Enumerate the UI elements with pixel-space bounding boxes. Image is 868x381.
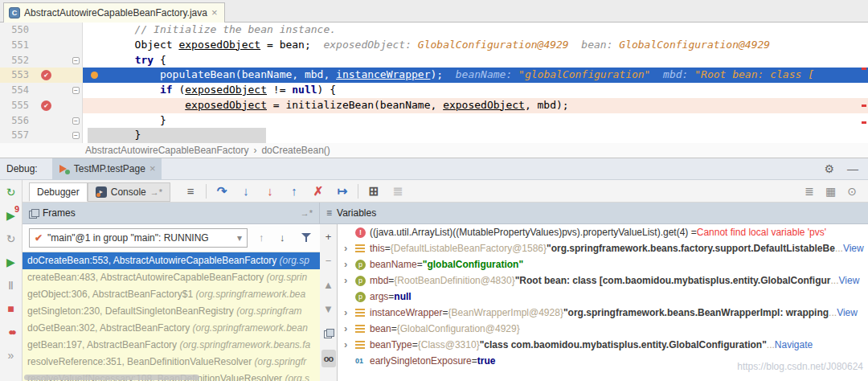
tab-debugger[interactable]: Debugger bbox=[29, 182, 88, 202]
run-to-cursor-icon[interactable]: ↦ bbox=[330, 184, 354, 199]
step-over-icon[interactable]: ↷ bbox=[210, 184, 234, 199]
variable-row[interactable]: ›this = {DefaultListableBeanFactory@1586… bbox=[338, 240, 868, 256]
code-text[interactable]: } bbox=[83, 113, 868, 129]
gutter: − bbox=[32, 53, 83, 68]
variable-row[interactable]: pargs = null bbox=[338, 289, 868, 305]
variable-row[interactable]: ›bean = {GlobalConfiguration@4929} bbox=[338, 321, 868, 337]
show-watches-icon[interactable]: oo bbox=[320, 345, 337, 369]
duplicate-icon[interactable] bbox=[320, 321, 337, 345]
frame-up-icon[interactable]: ↑ bbox=[259, 231, 264, 244]
view-breakpoints-icon[interactable]: ●● bbox=[0, 320, 22, 343]
remove-watch-icon[interactable]: − bbox=[320, 248, 337, 272]
error-stripe-mark[interactable] bbox=[862, 104, 866, 107]
code-line[interactable]: 557− } bbox=[0, 128, 868, 143]
step-out-icon[interactable]: ↑ bbox=[282, 184, 306, 198]
more-icon[interactable]: » bbox=[0, 343, 22, 367]
hide-icon[interactable]: — bbox=[847, 162, 858, 175]
frame-row[interactable]: doGetBean:302, AbstractBeanFactory (org.… bbox=[23, 320, 320, 337]
code-line[interactable]: 550 // Initialize the bean instance. bbox=[0, 23, 868, 38]
chevron-down-icon[interactable]: ▾ bbox=[237, 232, 242, 244]
expander-icon[interactable]: › bbox=[344, 305, 355, 321]
close-icon[interactable]: × bbox=[211, 9, 218, 17]
fold-icon[interactable]: − bbox=[72, 87, 80, 94]
frame-row[interactable]: getObject:306, AbstractBeanFactory$1 (or… bbox=[23, 286, 320, 303]
breakpoint-icon[interactable]: ✔ bbox=[41, 100, 51, 111]
step-into-icon[interactable]: ↓ bbox=[234, 184, 258, 198]
code-text[interactable]: populateBean(beanName, mbd, instanceWrap… bbox=[83, 68, 868, 83]
code-text[interactable]: exposedObject = initializeBean(beanName,… bbox=[83, 98, 868, 113]
force-step-into-icon[interactable]: ↓ bbox=[258, 184, 282, 198]
horizontal-scrollbar[interactable] bbox=[24, 375, 199, 380]
history-icon[interactable]: ⊙ bbox=[847, 185, 857, 198]
restart-icon[interactable]: ↻ bbox=[0, 227, 22, 250]
layout-icon[interactable]: ≣ bbox=[386, 184, 410, 199]
close-icon[interactable]: × bbox=[149, 165, 156, 173]
pause-icon[interactable]: Ⅱ bbox=[0, 273, 22, 297]
code-text[interactable]: if (exposedObject != null) { bbox=[83, 83, 868, 98]
value-link[interactable]: Navigate bbox=[775, 337, 813, 353]
tab-console[interactable]: ▸ Console →* bbox=[88, 182, 170, 202]
error-stripe-mark[interactable] bbox=[862, 68, 866, 70]
frame-row[interactable]: getBean:197, AbstractBeanFactory (org.sp… bbox=[23, 337, 320, 354]
expander-icon[interactable]: › bbox=[344, 272, 355, 289]
value-link[interactable]: View bbox=[843, 240, 864, 256]
fold-icon[interactable]: − bbox=[72, 132, 80, 139]
thread-selector[interactable]: ✔ "main"@1 in group "main": RUNNING ▾ bbox=[29, 228, 248, 248]
variable-row[interactable]: !((java.util.ArrayList)((MutableProperty… bbox=[338, 224, 868, 240]
expander-icon[interactable]: › bbox=[344, 240, 355, 256]
frame-row[interactable]: resolveReference:351, BeanDefinitionValu… bbox=[23, 354, 320, 371]
frame-row[interactable]: createBean:483, AbstractAutowireCapableB… bbox=[23, 269, 320, 286]
editor-tab[interactable]: C AbstractAutowireCapableBeanFactory.jav… bbox=[3, 2, 225, 23]
code-line[interactable]: 552− try { bbox=[0, 53, 868, 68]
move-down-icon[interactable]: ▼ bbox=[320, 297, 337, 321]
variable-row[interactable]: ›instanceWrapper = {BeanWrapperImpl@4928… bbox=[338, 305, 868, 321]
code-text[interactable]: } bbox=[83, 128, 868, 143]
move-up-icon[interactable]: ▲ bbox=[320, 272, 337, 297]
java-class-icon: C bbox=[9, 7, 20, 18]
code-line[interactable]: 555✔ exposedObject = initializeBean(bean… bbox=[0, 98, 868, 113]
code-text[interactable]: Object exposedObject = bean; exposedObje… bbox=[83, 38, 868, 53]
add-watch-icon[interactable]: + bbox=[320, 224, 337, 248]
code-text[interactable]: try { bbox=[83, 53, 868, 68]
breakpoint-icon[interactable]: ✔ bbox=[41, 70, 51, 80]
resume-icon[interactable]: ▶ bbox=[0, 250, 22, 273]
frame-down-icon[interactable]: ↓ bbox=[280, 231, 285, 244]
parameter-icon: p bbox=[355, 276, 370, 286]
frame-row[interactable]: getSingleton:230, DefaultSingletonBeanRe… bbox=[23, 303, 320, 320]
error-stripe-mark[interactable] bbox=[862, 121, 866, 124]
frames-corner-icon[interactable]: →* bbox=[301, 208, 313, 218]
variable-row[interactable]: ›pmbd = {RootBeanDefinition@4830} "Root … bbox=[338, 272, 868, 289]
fold-icon[interactable]: − bbox=[72, 57, 80, 64]
frame-row[interactable]: doCreateBean:553, AbstractAutowireCapabl… bbox=[23, 252, 320, 269]
code-line[interactable]: 551 Object exposedObject = bean; exposed… bbox=[0, 38, 868, 53]
value-link[interactable]: View bbox=[837, 305, 858, 321]
expander-icon[interactable]: › bbox=[344, 321, 355, 337]
pin-arrow-icon[interactable]: →* bbox=[150, 187, 162, 197]
threads-view-icon[interactable]: ≣ bbox=[805, 185, 814, 198]
code-editor[interactable]: 550 // Initialize the bean instance.551 … bbox=[0, 23, 868, 143]
drop-frame-icon[interactable]: ✗ bbox=[306, 184, 330, 199]
frames-panel: ✔ "main"@1 in group "main": RUNNING ▾ ↑ … bbox=[23, 224, 320, 381]
code-line[interactable]: 556− } bbox=[0, 113, 868, 129]
gear-icon[interactable]: ⚙ bbox=[824, 162, 834, 175]
code-line[interactable]: 553✔ populateBean(beanName, mbd, instanc… bbox=[0, 68, 868, 83]
settings-menu-icon[interactable]: ≡ bbox=[178, 184, 203, 198]
breadcrumb-class[interactable]: AbstractAutowireCapableBeanFactory bbox=[85, 145, 248, 156]
debug-window-icon[interactable]: ▶9 bbox=[0, 203, 22, 227]
value-segment: "class com.baomidou.mybatisplus.entity.G… bbox=[480, 337, 767, 353]
code-line[interactable]: 554− if (exposedObject != null) { bbox=[0, 83, 868, 98]
variable-row[interactable]: ›pbeanName = "globalConfiguration" bbox=[338, 256, 868, 272]
memory-view-icon[interactable]: ▦ bbox=[825, 185, 836, 198]
fold-icon[interactable]: − bbox=[72, 117, 80, 125]
stop-icon[interactable]: ■ bbox=[0, 297, 22, 320]
debug-session-tab[interactable]: TestMP.testPage × bbox=[52, 158, 162, 180]
expander-icon[interactable]: › bbox=[344, 256, 355, 272]
variable-row[interactable]: ›beanType = {Class@3310} "class com.baom… bbox=[338, 337, 868, 353]
expander-icon[interactable]: › bbox=[344, 337, 355, 353]
value-link[interactable]: View bbox=[839, 272, 860, 289]
evaluate-expression-icon[interactable]: ⊞ bbox=[362, 184, 386, 199]
code-text[interactable]: // Initialize the bean instance. bbox=[83, 23, 868, 38]
filter-icon[interactable] bbox=[301, 232, 312, 243]
breadcrumb-method[interactable]: doCreateBean() bbox=[261, 145, 330, 156]
rerun-icon[interactable]: ↻ bbox=[0, 180, 22, 203]
